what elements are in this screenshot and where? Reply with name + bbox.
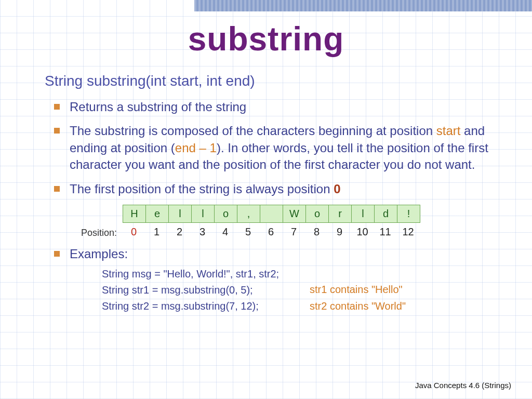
- position-number: 11: [374, 226, 397, 238]
- slide-title: substring: [0, 20, 532, 58]
- position-number: 7: [283, 226, 305, 238]
- char-cell: o: [215, 205, 237, 222]
- method-signature: String substring(int start, int end): [45, 73, 506, 89]
- position-number: 0: [123, 226, 145, 238]
- position-number: 10: [351, 226, 374, 238]
- bullet-text: The substring is composed of the charact…: [70, 124, 436, 138]
- bullet-item: The substring is composed of the charact…: [70, 123, 506, 173]
- char-table: H e l l o , W o r l d !: [123, 205, 420, 223]
- keyword-start: start: [436, 124, 461, 138]
- char-cell: e: [146, 205, 169, 222]
- zero-literal: 0: [334, 182, 340, 196]
- position-number: 8: [305, 226, 328, 238]
- bullet-text: Returns a substring of the string: [70, 100, 246, 114]
- code-line: String str1 = msg.substring(0, 5);: [102, 282, 506, 298]
- char-cell: o: [306, 205, 329, 222]
- char-row: H e l l o , W o r l d !: [123, 205, 420, 222]
- code-line: String msg = "Hello, World!", str1, str2…: [102, 266, 506, 282]
- char-cell: [260, 205, 283, 222]
- char-cell: l: [352, 205, 375, 222]
- position-number: 2: [168, 226, 191, 238]
- position-number: 9: [328, 226, 351, 238]
- position-number: 1: [145, 226, 168, 238]
- slide-body: String substring(int start, int end) Ret…: [45, 73, 506, 322]
- char-table-wrap: H e l l o , W o r l d !: [123, 205, 506, 223]
- examples-list: Examples: String msg = "Hello, World!", …: [45, 246, 506, 314]
- slide-footer: Java Concepts 4.6 (Strings): [415, 381, 511, 390]
- char-cell: d: [375, 205, 397, 222]
- header-accent-bar: [194, 0, 532, 11]
- position-number: 12: [397, 226, 420, 238]
- position-label: Position:: [81, 228, 117, 238]
- position-number: 3: [191, 226, 214, 238]
- char-cell: l: [169, 205, 192, 222]
- examples-label: Examples:: [70, 247, 128, 261]
- char-cell: r: [329, 205, 352, 222]
- bullet-item: The first position of the string is alwa…: [70, 181, 506, 197]
- bullet-item: Examples: String msg = "Hello, World!", …: [70, 246, 506, 314]
- position-number: 4: [214, 226, 237, 238]
- position-numbers: 0123456789101112: [123, 226, 420, 238]
- position-number: 5: [237, 226, 260, 238]
- bullet-text: The first position of the string is alwa…: [70, 182, 334, 196]
- char-cell: l: [192, 205, 215, 222]
- keyword-end: end – 1: [175, 141, 217, 155]
- char-cell: !: [397, 205, 420, 222]
- bullet-list: Returns a substring of the string The su…: [45, 99, 506, 197]
- code-line: String str2 = msg.substring(7, 12);: [102, 298, 506, 314]
- char-cell: H: [123, 205, 146, 222]
- char-cell: W: [283, 205, 306, 222]
- position-number: 6: [260, 226, 283, 238]
- position-row: Position: 0123456789101112: [81, 226, 506, 238]
- code-block: String msg = "Hello, World!", str1, str2…: [102, 266, 506, 314]
- result-note: str1 contains "Hello": [310, 282, 403, 298]
- char-cell: ,: [237, 205, 260, 222]
- result-note: str2 contains "World": [310, 298, 406, 314]
- bullet-item: Returns a substring of the string: [70, 99, 506, 115]
